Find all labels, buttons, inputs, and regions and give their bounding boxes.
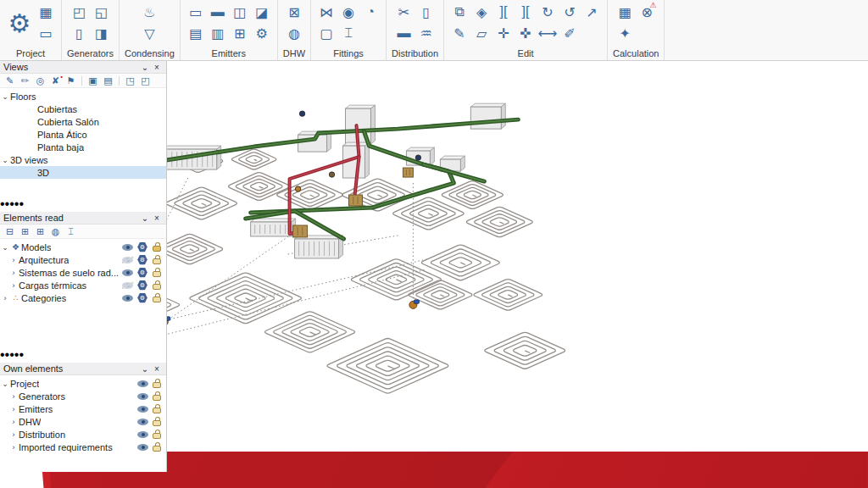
reference-view-icon[interactable]: ⚑	[64, 75, 77, 86]
chevron-right-icon[interactable]: ›	[0, 294, 10, 302]
visibility-eye-icon[interactable]	[137, 419, 148, 425]
tree-item-emitters[interactable]: ›Emitters	[0, 402, 166, 415]
visibility-off-icon[interactable]	[122, 282, 133, 289]
lock-open-icon[interactable]	[153, 297, 161, 302]
options-hexagon-icon[interactable]: ⚙	[137, 293, 147, 303]
cut-pipe-icon[interactable]: ✂	[394, 2, 415, 22]
tree-item-planta-baja[interactable]: Planta baja	[0, 141, 166, 153]
tree-item-sistemas-de-suelo-rad[interactable]: ›Sistemas de suelo rad...⚙	[0, 266, 166, 279]
chevron-down-icon[interactable]: ⌄	[0, 380, 10, 388]
chevron-down-icon[interactable]: ⌄	[0, 156, 10, 164]
boiler-icon[interactable]: ◱	[92, 2, 112, 22]
duplicate-view-icon[interactable]: ▤	[102, 75, 114, 86]
tree-item-distribution[interactable]: ›Distribution	[0, 428, 166, 441]
lock-open-icon[interactable]	[153, 408, 161, 413]
lock-open-icon[interactable]	[153, 433, 161, 439]
panel-splitter[interactable]: •••••	[0, 197, 166, 212]
visibility-off-icon[interactable]	[122, 257, 133, 263]
dhw-pipe-icon[interactable]: ⊠	[284, 2, 304, 22]
chevron-right-icon[interactable]: ›	[8, 256, 19, 264]
options-hexagon-icon[interactable]: ⚙	[137, 268, 147, 278]
rotate-ccw-icon[interactable]: ↺	[559, 2, 580, 22]
emitter-box-icon[interactable]: ▭	[186, 2, 206, 22]
wizard-wand-icon[interactable]: ✦	[615, 23, 635, 43]
lock-open-icon[interactable]	[153, 395, 161, 401]
view-3d-alt-icon[interactable]: ◰	[139, 75, 152, 86]
elements-read-close-icon[interactable]: ×	[151, 214, 163, 223]
columns-icon[interactable]: ⊟	[3, 226, 16, 237]
paint-icon[interactable]: ✐	[559, 23, 580, 43]
tree-item-cubierta-sal-n[interactable]: Cubierta Salón	[0, 115, 166, 128]
emitter-config-icon[interactable]: ⚙	[252, 23, 272, 43]
sphere-icon[interactable]: ◍	[49, 226, 62, 237]
pin-icon[interactable]: ⌶	[64, 226, 77, 237]
own-elements-collapse-icon[interactable]: ⌄	[139, 364, 151, 374]
fan-coil-icon[interactable]: ⊞	[230, 23, 250, 43]
lock-open-icon[interactable]	[153, 258, 161, 264]
panel-splitter[interactable]: •••••	[0, 347, 166, 363]
tree-item-arquitectura[interactable]: ›Arquitectura⚙	[0, 253, 166, 266]
move-node-icon[interactable]: ✛	[493, 23, 514, 43]
split-left-icon[interactable]: ][	[493, 2, 514, 22]
generator-unit-icon[interactable]: ◰	[70, 2, 90, 22]
pump-icon[interactable]: ◉	[338, 2, 359, 22]
pencil-icon[interactable]: ✎	[449, 23, 470, 43]
tree-item-cubiertas[interactable]: Cubiertas	[0, 103, 166, 115]
valve-icon[interactable]: ⋈	[316, 2, 337, 22]
lock-open-icon[interactable]	[153, 382, 161, 388]
visibility-eye-icon[interactable]	[122, 244, 133, 251]
new-view-icon[interactable]: ✎	[3, 75, 16, 86]
elements-read-collapse-icon[interactable]: ⌄	[139, 214, 151, 223]
visibility-eye-icon[interactable]	[137, 431, 148, 438]
layers-icon[interactable]: ◈	[471, 2, 492, 22]
views-close-icon[interactable]: ×	[151, 63, 163, 72]
lock-closed-icon[interactable]	[153, 246, 161, 252]
horizontal-pipe-icon[interactable]: ▬	[394, 23, 415, 43]
split-right-icon[interactable]: ][	[515, 2, 536, 22]
gauge-icon[interactable]: ◔	[360, 2, 381, 22]
lock-open-icon[interactable]	[153, 446, 161, 452]
vertical-pipe-icon[interactable]: ▯	[416, 2, 437, 22]
tree-item-models[interactable]: ⌄❖Models⚙	[0, 241, 166, 253]
chevron-right-icon[interactable]: ›	[8, 405, 19, 413]
emitter-duct-icon[interactable]: ◪	[252, 2, 272, 22]
chevron-right-icon[interactable]: ›	[8, 281, 19, 290]
views-collapse-icon[interactable]: ⌄	[139, 63, 151, 72]
files-icon[interactable]: ▭	[36, 23, 56, 44]
condensing-unit-icon[interactable]: ▽	[139, 23, 159, 43]
lock-open-icon[interactable]	[153, 284, 161, 290]
tree-item-imported-requirements[interactable]: ›Imported requirements	[0, 441, 166, 453]
tree-item-planta-tico[interactable]: Planta Ático	[0, 128, 166, 141]
tree-item-dhw[interactable]: ›DHW	[0, 415, 166, 428]
options-hexagon-icon[interactable]: ⚙	[137, 280, 147, 291]
grid-a-icon[interactable]: ⊞	[19, 226, 31, 237]
emitter-split-icon[interactable]: ◫	[230, 2, 250, 22]
find-view-icon[interactable]: ◎	[34, 75, 47, 86]
chevron-right-icon[interactable]: ›	[8, 443, 19, 452]
capture-view-icon[interactable]: ▣	[86, 75, 99, 86]
tree-item-categories[interactable]: ›∴Categories⚙	[0, 291, 166, 304]
measure-icon[interactable]: ⟷	[537, 23, 558, 43]
lock-open-icon[interactable]	[153, 271, 161, 277]
scale-icon[interactable]: ↗	[581, 2, 602, 22]
condensing-boiler-icon[interactable]: ♨	[139, 2, 159, 22]
report-icon[interactable]: ▦	[36, 2, 56, 23]
own-elements-close-icon[interactable]: ×	[151, 364, 163, 374]
eraser-icon[interactable]: ▱	[471, 23, 492, 43]
chevron-right-icon[interactable]: ›	[8, 418, 19, 426]
coupling-icon[interactable]: ⌶	[338, 23, 359, 43]
chevron-down-icon[interactable]: ⌄	[0, 92, 10, 101]
tree-item-cargas-t-rmicas[interactable]: ›Cargas térmicas⚙	[0, 279, 166, 291]
grid-b-icon[interactable]: ⊞	[34, 226, 47, 237]
manifold-icon[interactable]: ♒	[416, 23, 437, 43]
radiator-icon[interactable]: ▤	[186, 23, 206, 43]
chevron-right-icon[interactable]: ›	[8, 430, 19, 439]
fitting-box-icon[interactable]: ▢	[316, 23, 337, 43]
calculator-icon[interactable]: ▦	[615, 2, 635, 22]
chevron-right-icon[interactable]: ›	[8, 269, 19, 277]
delete-view-icon[interactable]: ✘•	[49, 75, 62, 86]
rotate-cw-icon[interactable]: ↻	[537, 2, 558, 22]
chevron-down-icon[interactable]: ⌄	[0, 243, 10, 252]
tree-item-floors[interactable]: ⌄Floors	[0, 90, 166, 103]
view-3d-icon[interactable]: ◳	[124, 75, 136, 86]
